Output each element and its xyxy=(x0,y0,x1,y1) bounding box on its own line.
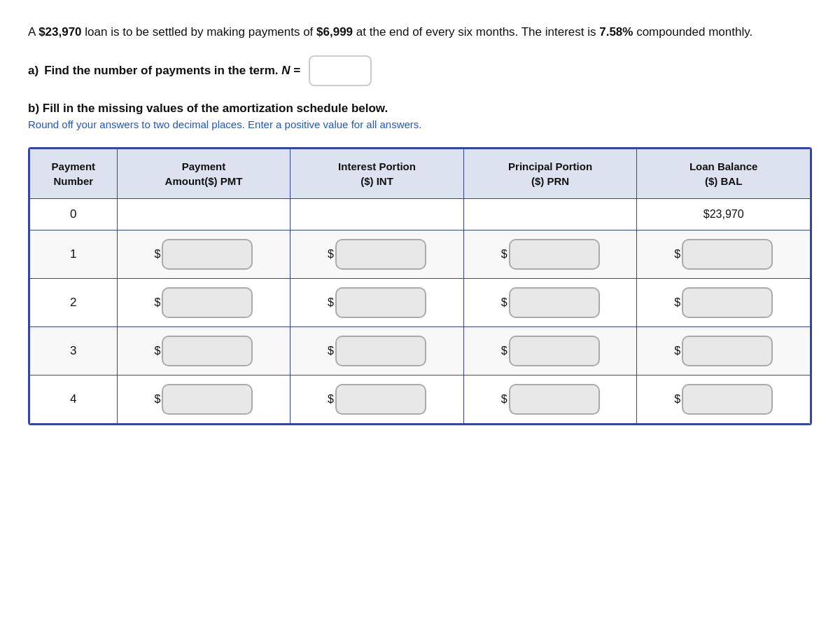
row-3-int-input[interactable] xyxy=(335,336,426,366)
row-4-pmt-cell: $ xyxy=(117,376,290,424)
row-2-number: 2 xyxy=(30,279,118,327)
row-3-int-cell: $ xyxy=(290,327,464,376)
col-header-prn: Principal Portion ($) PRN xyxy=(463,149,637,199)
n-answer-box[interactable] xyxy=(309,55,372,86)
row-3-pmt-dollar: $ xyxy=(155,345,161,357)
row-1-bal-cell: $ xyxy=(637,230,811,279)
row-4-pmt-dollar: $ xyxy=(155,393,161,406)
row-1-int-input[interactable] xyxy=(335,239,426,270)
row-4-prn-input[interactable] xyxy=(509,384,600,415)
row-2-bal-input[interactable] xyxy=(682,287,773,318)
row-4-int-cell: $ xyxy=(290,376,464,424)
row-4-prn-dollar: $ xyxy=(501,393,507,406)
row-1-prn-input[interactable] xyxy=(509,239,600,270)
payment-amount: $6,999 xyxy=(316,25,353,39)
row-4-int-dollar: $ xyxy=(328,393,334,406)
row-0-bal: $23,970 xyxy=(637,199,811,230)
row-1-pmt-cell: $ xyxy=(117,230,290,279)
row-1-int-cell: $ xyxy=(290,230,464,279)
row-0-prn xyxy=(463,199,637,230)
row-1-prn-dollar: $ xyxy=(501,248,507,261)
table-row-3: 3 $ $ $ xyxy=(30,327,811,376)
row-4-pmt-input[interactable] xyxy=(162,384,253,415)
row-3-prn-input[interactable] xyxy=(509,336,600,366)
row-3-prn-cell: $ xyxy=(463,327,637,376)
row-0-int xyxy=(290,199,464,230)
row-2-pmt-input[interactable] xyxy=(162,287,253,318)
col-header-payment-number: Payment Number xyxy=(30,149,118,199)
row-3-prn-dollar: $ xyxy=(501,345,507,357)
row-1-pmt-input[interactable] xyxy=(162,239,253,270)
row-4-prn-cell: $ xyxy=(463,376,637,424)
row-2-pmt-cell: $ xyxy=(117,279,290,327)
loan-amount: $23,970 xyxy=(38,25,81,39)
table-row-1: 1 $ $ $ xyxy=(30,230,811,279)
part-b-label: b) Fill in the missing values of the amo… xyxy=(28,102,812,116)
row-2-prn-input[interactable] xyxy=(509,287,600,318)
col-header-pmt: Payment Amount($) PMT xyxy=(117,149,290,199)
row-3-int-dollar: $ xyxy=(328,345,334,357)
row-1-prn-cell: $ xyxy=(463,230,637,279)
row-4-int-input[interactable] xyxy=(335,384,426,415)
table-row-4: 4 $ $ $ xyxy=(30,376,811,424)
row-4-bal-input[interactable] xyxy=(682,384,773,415)
row-0-number: 0 xyxy=(30,199,118,230)
part-a-section: a) Find the number of payments in the te… xyxy=(28,55,812,86)
table-row-2: 2 $ $ $ xyxy=(30,279,811,327)
row-1-int-dollar: $ xyxy=(328,248,334,261)
row-1-bal-input[interactable] xyxy=(682,239,773,270)
col-header-bal: Loan Balance ($) BAL xyxy=(637,149,811,199)
part-a-label: a) Find the number of payments in the te… xyxy=(28,55,812,86)
row-1-pmt-dollar: $ xyxy=(155,248,161,261)
row-4-bal-dollar: $ xyxy=(674,393,680,406)
intro-paragraph: A $23,970 loan is to be settled by makin… xyxy=(28,22,812,41)
row-3-pmt-cell: $ xyxy=(117,327,290,376)
row-2-int-input[interactable] xyxy=(335,287,426,318)
col-header-int: Interest Portion ($) INT xyxy=(290,149,464,199)
table-row-0: 0 $23,970 xyxy=(30,199,811,230)
row-3-bal-dollar: $ xyxy=(674,345,680,357)
row-4-bal-cell: $ xyxy=(637,376,811,424)
row-2-pmt-dollar: $ xyxy=(155,296,161,309)
table-header-row: Payment Number Payment Amount($) PMT Int… xyxy=(30,149,811,199)
row-3-number: 3 xyxy=(30,327,118,376)
row-2-bal-cell: $ xyxy=(637,279,811,327)
row-1-number: 1 xyxy=(30,230,118,279)
row-1-bal-dollar: $ xyxy=(674,248,680,261)
part-b-section: b) Fill in the missing values of the amo… xyxy=(28,102,812,130)
row-2-int-dollar: $ xyxy=(328,296,334,309)
part-a-instruction: Find the number of payments in the term.… xyxy=(44,64,300,78)
row-0-pmt xyxy=(117,199,290,230)
hint-text: Round off your answers to two decimal pl… xyxy=(28,118,812,130)
amortization-table: Payment Number Payment Amount($) PMT Int… xyxy=(28,147,812,425)
row-2-int-cell: $ xyxy=(290,279,464,327)
row-3-bal-input[interactable] xyxy=(682,336,773,366)
row-4-number: 4 xyxy=(30,376,118,424)
interest-rate: 7.58% xyxy=(599,25,633,39)
row-2-prn-cell: $ xyxy=(463,279,637,327)
row-3-pmt-input[interactable] xyxy=(162,336,253,366)
row-3-bal-cell: $ xyxy=(637,327,811,376)
row-2-bal-dollar: $ xyxy=(674,296,680,309)
row-2-prn-dollar: $ xyxy=(501,296,507,309)
